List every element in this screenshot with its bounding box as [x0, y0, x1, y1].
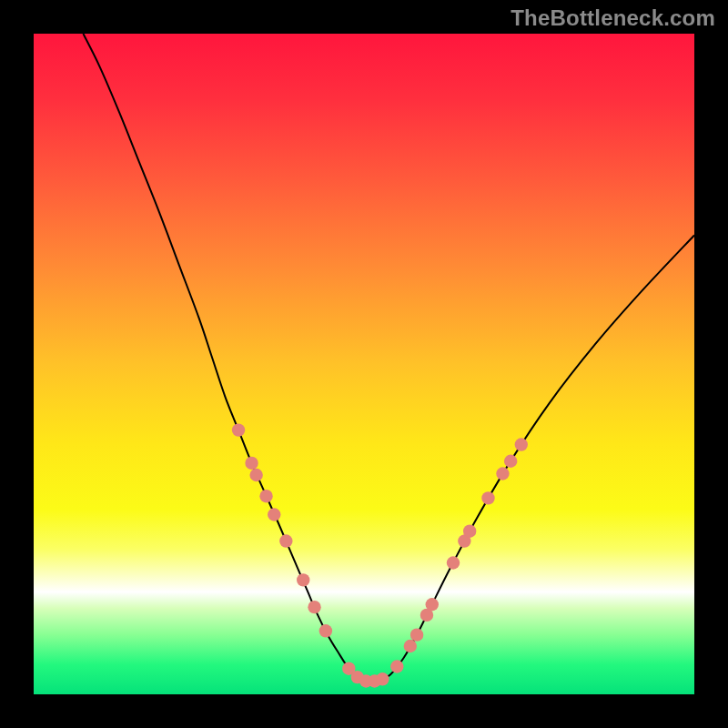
chart-canvas: TheBottleneck.com: [0, 0, 728, 728]
highlight-dot: [376, 672, 389, 685]
highlight-dot: [308, 601, 320, 613]
highlight-dot: [504, 455, 517, 468]
highlight-dot: [245, 457, 258, 470]
highlight-dot: [404, 640, 417, 652]
highlight-dot: [268, 508, 280, 521]
highlight-dot: [259, 490, 272, 502]
highlight-dot: [463, 524, 476, 537]
highlight-dot: [390, 660, 403, 672]
highlight-dot: [279, 534, 292, 547]
highlight-dot: [297, 573, 309, 586]
gradient-background: [34, 34, 694, 694]
watermark-text: TheBottleneck.com: [511, 5, 715, 31]
highlight-dot: [447, 556, 460, 569]
highlight-dot: [319, 624, 332, 637]
highlight-dot: [481, 491, 494, 504]
highlight-dot: [249, 469, 262, 481]
highlight-dot: [410, 628, 423, 641]
highlight-dot: [426, 598, 439, 611]
highlight-dot: [232, 423, 245, 436]
highlight-dot: [515, 438, 528, 450]
highlight-dot: [496, 467, 509, 480]
chart-svg: [0, 0, 728, 728]
